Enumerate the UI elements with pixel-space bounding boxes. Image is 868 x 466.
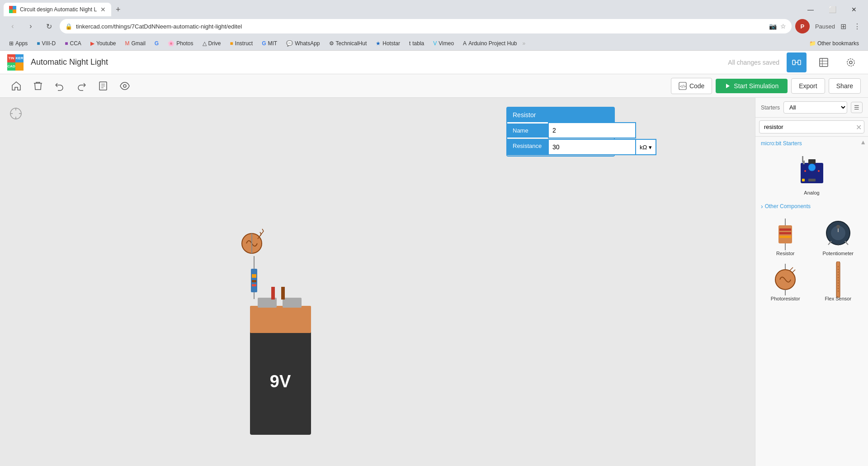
svg-marker-16 <box>726 84 730 88</box>
other-components-header[interactable]: › Other Components <box>755 199 868 214</box>
component-potentiometer[interactable]: Potentiometer <box>814 217 863 259</box>
tab-close-button[interactable]: ✕ <box>100 6 106 13</box>
address-bar-row: ‹ › ↻ 🔒 tinkercad.com/things/7CatDdNNeem… <box>0 16 868 36</box>
svg-point-26 <box>804 170 806 172</box>
profile-button[interactable]: P <box>795 19 810 33</box>
logo-cad2: CAD <box>7 62 15 71</box>
bookmark-photos[interactable]: 🌸 Photos <box>164 39 197 48</box>
svg-text:</>: </> <box>680 84 686 89</box>
play-icon <box>725 83 731 89</box>
code-button[interactable]: </> Code <box>671 78 712 94</box>
panel-list-button[interactable]: ☰ <box>851 102 863 113</box>
svg-point-7 <box>849 61 852 64</box>
search-clear-button[interactable]: ✕ <box>856 123 862 131</box>
component-flex-sensor[interactable]: Flex Sensor <box>814 262 863 304</box>
popup-resistance-label: Resistance <box>507 139 548 155</box>
logo-dot <box>15 62 24 71</box>
logo-tin: TIN <box>7 54 15 62</box>
export-label: Export <box>799 82 817 90</box>
popup-name-input[interactable] <box>548 122 636 138</box>
menu-button[interactable]: ⋮ <box>852 20 863 33</box>
redo-button[interactable] <box>72 77 90 95</box>
popup-unit-dropdown[interactable]: kΩ ▾ <box>635 139 656 155</box>
undo-icon <box>54 81 65 91</box>
wire-terminal-brown <box>281 287 285 300</box>
refresh-button[interactable]: ↻ <box>42 19 56 33</box>
popup-resistance-row: Resistance kΩ ▾ <box>507 139 614 156</box>
close-button[interactable]: ✕ <box>844 3 864 16</box>
back-button[interactable]: ‹ <box>5 19 20 33</box>
svg-point-13 <box>123 85 126 87</box>
bookmark-photos-label: Photos <box>176 40 193 47</box>
undo-button[interactable] <box>51 77 69 95</box>
svg-rect-3 <box>820 58 828 67</box>
other-bookmarks-folder[interactable]: 📁 Other bookmarks <box>806 39 863 48</box>
bookmark-star-icon[interactable]: ☆ <box>780 23 786 30</box>
search-input[interactable] <box>759 120 864 133</box>
notes-button[interactable] <box>94 77 112 95</box>
starters-dropdown[interactable]: All <box>783 101 847 114</box>
app-header: TIN KER CAD Automatic Night Light All ch… <box>0 51 868 74</box>
tinkercad-logo: TIN KER CAD <box>7 54 24 71</box>
bookmark-vimeo[interactable]: V Vimeo <box>429 39 458 48</box>
window-controls: — ⬜ ✕ <box>800 3 864 16</box>
bookmark-hotstar[interactable]: ★ Hotstar <box>372 39 404 48</box>
search-row: ✕ <box>755 118 868 137</box>
delete-button[interactable] <box>29 77 47 95</box>
home-button[interactable] <box>7 77 25 95</box>
toolbar: </> Code Start Simulation Export Share <box>0 74 868 98</box>
component-photoresistor[interactable]: Photoresistor <box>761 262 810 304</box>
canvas-area[interactable]: 9V <box>0 98 755 466</box>
url-text: tinkercad.com/things/7CatDdNNeem-automat… <box>76 23 765 30</box>
bookmark-youtube-label: Youtube <box>96 40 116 47</box>
minimize-button[interactable]: — <box>800 3 821 16</box>
active-tab[interactable]: Circuit design Automatic Night L ✕ <box>4 3 111 16</box>
svg-rect-33 <box>779 228 791 231</box>
bookmark-cca[interactable]: ■ CCA <box>61 39 85 48</box>
app-container: TIN KER CAD Automatic Night Light All ch… <box>0 51 868 466</box>
export-button[interactable]: Export <box>791 78 825 94</box>
bookmark-instruct[interactable]: ■ Instruct <box>226 39 257 48</box>
settings-button[interactable] <box>841 52 861 72</box>
component-resistor[interactable]: Resistor <box>761 217 810 259</box>
other-chevron-icon: › <box>761 203 763 210</box>
bookmark-gmail[interactable]: M Gmail <box>121 39 149 48</box>
address-bar[interactable]: 🔒 tinkercad.com/things/7CatDdNNeem-autom… <box>60 19 792 33</box>
battery-terminal-right <box>283 298 302 308</box>
microbit-section-header[interactable]: micro:bit Starters <box>755 137 868 150</box>
table-view-button[interactable] <box>814 52 834 72</box>
resistor-band2 <box>252 280 256 282</box>
forward-button[interactable]: › <box>24 19 38 33</box>
share-button[interactable]: Share <box>829 78 861 94</box>
bookmark-g[interactable]: G <box>151 39 162 48</box>
battery-voltage-label: 9V <box>270 372 291 391</box>
bookmark-arduino[interactable]: A Arduino Project Hub <box>459 39 520 48</box>
bookmark-viiid[interactable]: ■ VIII-D <box>33 39 59 48</box>
new-tab-button[interactable]: + <box>112 3 124 16</box>
unit-label: kΩ <box>640 144 647 151</box>
bookmark-tabla[interactable]: t tabla <box>406 39 428 48</box>
bookmark-technicalhut[interactable]: ⚙ TechnicalHut <box>326 39 371 48</box>
bookmark-tabla-label: tabla <box>412 40 424 47</box>
maximize-button[interactable]: ⬜ <box>822 3 843 16</box>
analog-item[interactable]: Analog <box>755 150 868 199</box>
panel-scroll[interactable]: micro:bit Starters <box>755 137 868 466</box>
bookmark-mit[interactable]: G MIT <box>258 39 281 48</box>
bookmark-youtube[interactable]: ▶ Youtube <box>87 39 120 48</box>
right-panel: Starters All ☰ ✕ ▲ micro:bit Starters <box>755 98 868 466</box>
extensions-button[interactable]: ⊞ <box>839 20 848 33</box>
battery-top <box>250 306 311 333</box>
popup-resistance-input[interactable] <box>548 139 635 155</box>
whatsapp-icon: 💬 <box>286 40 293 47</box>
visibility-button[interactable] <box>116 77 134 95</box>
resistor-band1 <box>252 274 256 278</box>
bookmark-arduino-label: Arduino Project Hub <box>468 40 517 47</box>
circuit-view-button[interactable] <box>787 52 807 72</box>
photos-icon: 🌸 <box>168 40 175 47</box>
simulate-button[interactable]: Start Simulation <box>716 79 788 93</box>
bookmark-drive[interactable]: △ Drive <box>199 39 225 48</box>
code-icon: </> <box>679 82 687 90</box>
bookmark-whatsapp[interactable]: 💬 WhatsApp <box>283 39 323 48</box>
bookmark-apps[interactable]: ⊞ Apps <box>5 39 31 48</box>
bookmark-whatsapp-label: WhatsApp <box>295 40 320 47</box>
